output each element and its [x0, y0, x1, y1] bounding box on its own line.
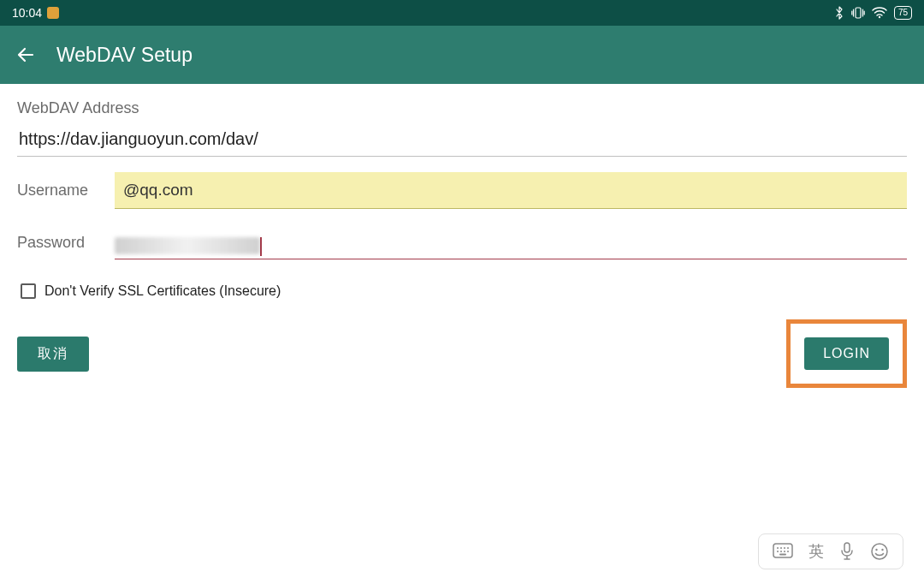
app-title: WebDAV Setup: [56, 44, 192, 67]
svg-point-14: [875, 549, 877, 551]
app-bar: WebDAV Setup: [0, 26, 924, 84]
svg-point-1: [879, 16, 880, 18]
svg-point-3: [777, 547, 779, 549]
status-right: 75: [834, 6, 912, 20]
ssl-checkbox-row[interactable]: Don't Verify SSL Certificates (Insecure): [21, 283, 907, 299]
svg-point-4: [780, 547, 782, 549]
emoji-icon[interactable]: [870, 542, 889, 561]
password-input[interactable]: [115, 226, 907, 259]
vibrate-icon: [851, 7, 865, 19]
login-button[interactable]: LOGIN: [804, 337, 889, 370]
password-field-row: Password: [17, 226, 907, 259]
svg-point-6: [787, 547, 789, 549]
svg-rect-11: [779, 554, 786, 556]
status-bar: 10:04 75: [0, 0, 924, 26]
username-input[interactable]: [115, 172, 907, 209]
address-label: WebDAV Address: [17, 99, 907, 117]
status-time: 10:04: [12, 6, 42, 20]
bluetooth-icon: [834, 6, 844, 20]
wifi-icon: [872, 7, 887, 19]
login-highlight-box: LOGIN: [786, 319, 907, 388]
button-row: 取消 LOGIN: [17, 319, 907, 388]
battery-text: 75: [898, 9, 908, 17]
address-input[interactable]: [17, 126, 907, 157]
svg-point-8: [780, 551, 782, 552]
svg-point-15: [881, 549, 883, 551]
ime-toolbar: 英: [758, 533, 903, 569]
status-left: 10:04: [12, 6, 59, 20]
username-field-row: Username: [17, 172, 907, 209]
svg-point-5: [784, 547, 785, 549]
svg-rect-0: [856, 8, 861, 18]
text-caret: [260, 237, 262, 256]
battery-icon: 75: [894, 6, 912, 20]
back-arrow-icon[interactable]: [15, 45, 36, 65]
clock-icon: [47, 7, 59, 19]
address-field-block: WebDAV Address: [17, 99, 907, 157]
svg-rect-2: [773, 544, 792, 557]
svg-point-7: [777, 551, 779, 552]
svg-point-13: [872, 544, 887, 559]
keyboard-icon[interactable]: [773, 543, 793, 560]
cancel-button[interactable]: 取消: [17, 337, 89, 372]
ime-language-toggle[interactable]: 英: [808, 541, 824, 562]
svg-rect-12: [844, 543, 850, 552]
ssl-checkbox[interactable]: [21, 283, 36, 299]
password-input-wrap: [115, 226, 907, 259]
svg-point-10: [787, 551, 789, 552]
content-area: WebDAV Address Username Password Don't V…: [0, 84, 924, 403]
username-label: Username: [17, 182, 99, 200]
password-label: Password: [17, 234, 99, 252]
ssl-checkbox-label: Don't Verify SSL Certificates (Insecure): [44, 283, 281, 299]
svg-point-9: [784, 551, 785, 552]
microphone-icon[interactable]: [839, 542, 855, 561]
